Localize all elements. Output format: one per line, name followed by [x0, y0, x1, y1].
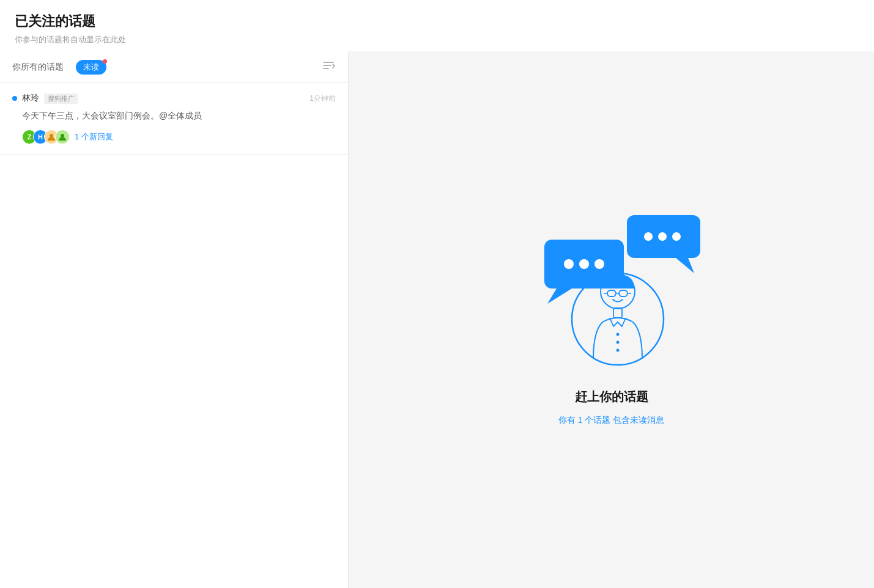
svg-point-7 [564, 259, 574, 269]
svg-point-24 [616, 340, 619, 344]
svg-point-23 [616, 333, 619, 336]
svg-marker-6 [547, 288, 572, 304]
svg-rect-18 [619, 290, 628, 296]
topic-content: 今天下午三点，大会议室部门例会。@全体成员 [22, 109, 336, 122]
svg-point-25 [616, 348, 619, 351]
topic-tag: 搜狗推广 [44, 94, 78, 104]
unread-indicator [12, 96, 17, 101]
illustration-svg [514, 178, 709, 374]
page-title: 已关注的话题 [15, 12, 859, 31]
svg-marker-11 [676, 258, 694, 273]
left-panel: 你所有的话题 未读 林玲 搜狗推广 [0, 51, 349, 588]
author-row: 林玲 搜狗推广 [12, 93, 78, 104]
catch-up-desc: 你有 1 个话题 包含未读消息 [558, 415, 664, 426]
tab-bar: 你所有的话题 未读 [0, 51, 348, 83]
catch-up-title: 赶上你的话题 [575, 389, 648, 405]
author-name: 林玲 [22, 93, 39, 104]
reply-count[interactable]: 1 个新回复 [75, 131, 113, 142]
topic-count-link[interactable]: 1 个话题 [578, 415, 611, 425]
page-subtitle: 你参与的话题将自动显示在此处 [15, 34, 859, 45]
tab-all[interactable]: 你所有的话题 [12, 59, 64, 75]
svg-point-14 [672, 232, 681, 241]
page-header: 已关注的话题 你参与的话题将自动显示在此处 [0, 0, 874, 51]
right-panel: 赶上你的话题 你有 1 个话题 包含未读消息 [349, 51, 874, 588]
tab-unread[interactable]: 未读 [76, 60, 106, 75]
svg-point-13 [658, 232, 667, 241]
svg-point-9 [594, 259, 604, 269]
topic-header: 林玲 搜狗推广 1分钟前 [12, 93, 336, 104]
avatar-img2 [55, 130, 70, 144]
avatar-stack: Z H [22, 130, 71, 144]
svg-point-12 [644, 232, 653, 241]
sort-button[interactable] [322, 60, 336, 74]
topic-item[interactable]: 林玲 搜狗推广 1分钟前 今天下午三点，大会议室部门例会。@全体成员 Z H [0, 83, 348, 155]
main-content: 你所有的话题 未读 林玲 搜狗推广 [0, 51, 874, 588]
svg-rect-17 [607, 290, 616, 296]
unread-dot [103, 59, 107, 64]
reply-row: Z H 1 个新回复 [22, 130, 336, 144]
svg-point-8 [579, 259, 589, 269]
svg-rect-22 [613, 308, 622, 318]
timestamp: 1分钟前 [309, 94, 336, 104]
illustration-container: 赶上你的话题 你有 1 个话题 包含未读消息 [514, 178, 709, 426]
